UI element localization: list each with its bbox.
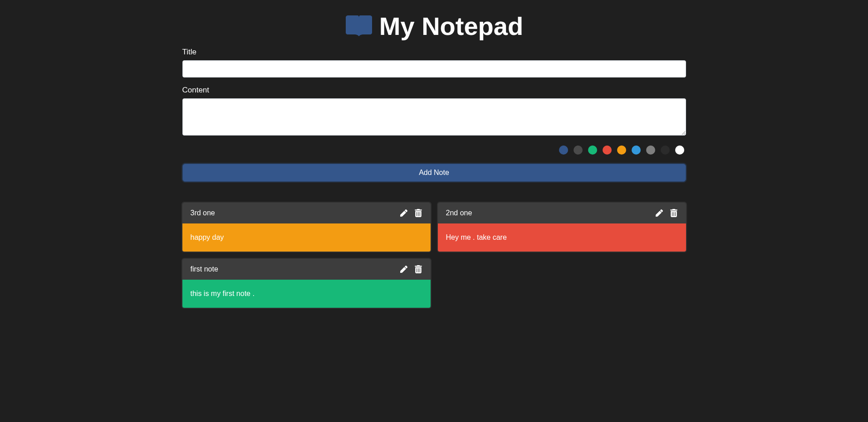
note-body: Hey me . take care [438, 223, 686, 252]
note-title: first note [191, 265, 218, 273]
color-option-gray-dark[interactable] [574, 146, 583, 155]
color-option-red[interactable] [603, 146, 612, 155]
note-body: happy day [182, 223, 431, 252]
note-card: first notethis is my first note . [182, 259, 431, 308]
color-option-orange[interactable] [617, 146, 626, 155]
app-title-text: My Notepad [379, 11, 523, 41]
note-card: 2nd oneHey me . take care [438, 203, 686, 252]
add-note-button[interactable]: Add Note [182, 164, 686, 182]
color-option-white[interactable] [675, 146, 684, 155]
note-actions [400, 265, 422, 273]
notes-grid: 3rd onehappy day2nd oneHey me . take car… [182, 203, 686, 308]
app-header: My Notepad [182, 0, 686, 48]
trash-icon[interactable] [670, 209, 678, 217]
trash-icon[interactable] [414, 265, 422, 273]
color-option-blue-dark[interactable] [559, 146, 568, 155]
color-picker [182, 146, 686, 155]
title-input[interactable] [182, 60, 686, 78]
note-header: 2nd one [438, 203, 686, 223]
color-option-blue[interactable] [632, 146, 641, 155]
title-label: Title [182, 48, 686, 57]
pencil-icon[interactable] [655, 209, 663, 217]
book-icon [345, 15, 373, 38]
note-header: first note [182, 259, 431, 280]
note-actions [655, 209, 678, 217]
note-title: 2nd one [446, 209, 472, 217]
color-option-green[interactable] [588, 146, 597, 155]
note-card: 3rd onehappy day [182, 203, 431, 252]
note-header: 3rd one [182, 203, 431, 223]
pencil-icon[interactable] [400, 209, 408, 217]
pencil-icon[interactable] [400, 265, 408, 273]
note-actions [400, 209, 422, 217]
note-body: this is my first note . [182, 280, 431, 308]
content-label: Content [182, 86, 686, 95]
color-option-charcoal[interactable] [661, 146, 670, 155]
color-option-gray[interactable] [646, 146, 655, 155]
app-title: My Notepad [345, 11, 523, 41]
content-input[interactable] [182, 98, 686, 136]
note-title: 3rd one [191, 209, 215, 217]
trash-icon[interactable] [414, 209, 422, 217]
title-field-group: Title [182, 48, 686, 78]
content-field-group: Content [182, 86, 686, 137]
